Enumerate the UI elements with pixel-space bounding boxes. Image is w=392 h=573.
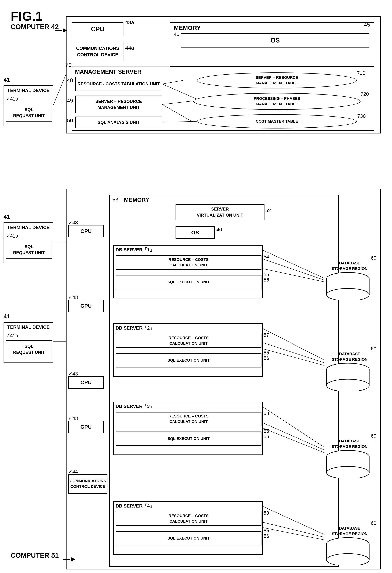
- ref-41-2: 41: [3, 214, 10, 220]
- ref-56-4: 56: [264, 533, 269, 539]
- ellipse-710: SERVER – RESOURCEMANAGEMENT TABLE: [197, 72, 357, 89]
- ref-60-2: 60: [371, 346, 376, 352]
- ref-55-2: 55: [264, 350, 269, 356]
- res-costs-tab-box: RESOURCE - COSTS TABULATION UNIT: [75, 77, 162, 91]
- computer51-box: ✓43 CPU ✓43 CPU ✓43 CPU ✓43 CPU ✓44 COMM…: [66, 189, 381, 570]
- res-costs-calc-4: RESOURCE – COSTSCALCULATION UNIT: [116, 512, 261, 526]
- os-top-label: OS: [271, 37, 280, 44]
- svg-line-1: [162, 84, 197, 99]
- sql-exec-2: SQL EXECUTION UNIT: [116, 353, 261, 367]
- db-server-3-title: DB SERVER「3」: [114, 402, 262, 411]
- comm-ctrl-top-label: COMMUNICATIONSCONTROL DEVICE: [76, 45, 119, 58]
- db-storage-2: DATABASESTORAGE REGION: [325, 351, 375, 392]
- ref-57: 57: [264, 332, 269, 338]
- ref-49: 49: [67, 98, 73, 104]
- computer51-label: COMPUTER 51: [11, 552, 59, 559]
- svg-line-0: [162, 80, 183, 84]
- ref-60-3: 60: [371, 433, 376, 439]
- ref-55-3: 55: [264, 428, 269, 434]
- ref-70: 70: [65, 62, 72, 68]
- sql-exec-3: SQL EXECUTION UNIT: [116, 431, 261, 446]
- management-server-box: MANAGEMENT SERVER 70 RESOURCE - COSTS TA…: [72, 67, 374, 131]
- ellipse-720: PROCESSING – PHASESMANAGEMENT TABLE: [193, 93, 360, 110]
- res-costs-calc-3: RESOURCE – COSTSCALCULATION UNIT: [116, 412, 261, 426]
- computer42-box: CPU 43a COMMUNICATIONSCONTROL DEVICE 44a…: [66, 16, 381, 133]
- ref-48: 48: [67, 77, 73, 83]
- svg-line-4: [162, 121, 197, 122]
- ref-50: 50: [67, 117, 73, 124]
- sql-req-3-box: SQLREQUEST UNIT: [6, 340, 52, 358]
- sql-analysis-label: SQL ANALYSIS UNIT: [98, 120, 140, 125]
- sql-req-3-label: SQLREQUEST UNIT: [13, 343, 45, 355]
- db-server-4-title: DB SERVER「4」: [114, 502, 262, 510]
- os-51-label: OS: [191, 230, 199, 236]
- res-costs-calc-2: RESOURCE – COSTSCALCULATION UNIT: [116, 334, 261, 348]
- td1-label: TERMINAL DEVICE: [4, 86, 53, 95]
- sql-req-1-label: SQLREQUEST UNIT: [13, 107, 45, 119]
- ellipse-710-label: SERVER – RESOURCEMANAGEMENT TABLE: [256, 75, 298, 86]
- sql-req-1-box: SQLREQUEST UNIT: [6, 104, 52, 122]
- comm-ctrl-51-label: COMMUNICATIONSCONTROL DEVICE: [70, 478, 106, 489]
- td2-label: TERMINAL DEVICE: [4, 223, 53, 232]
- ref-720: 720: [360, 91, 369, 97]
- ref-54: 54: [264, 254, 269, 260]
- cpu-51-3-box: CPU: [68, 376, 104, 389]
- db-storage-4: DATABASESTORAGE REGION: [325, 526, 375, 566]
- svg-point-9: [326, 288, 369, 300]
- db-storage-1-label: DATABASESTORAGE REGION: [325, 261, 375, 271]
- db-storage-3: DATABASESTORAGE REGION: [325, 438, 375, 479]
- cpu-51-2-label: CPU: [80, 303, 92, 309]
- ref-55-1: 55: [264, 272, 269, 277]
- computer42-label: COMPUTER 42: [11, 23, 59, 31]
- svg-line-2: [162, 101, 193, 105]
- ref-730: 730: [357, 113, 366, 119]
- ref-56-1: 56: [264, 277, 269, 283]
- cpu-51-1-label: CPU: [80, 228, 92, 234]
- comm-ctrl-top-box: COMMUNICATIONSCONTROL DEVICE: [72, 42, 123, 61]
- svg-point-14: [326, 379, 369, 391]
- sql-exec-4: SQL EXECUTION UNIT: [116, 531, 261, 545]
- ellipse-730-label: COST MASTER TABLE: [256, 119, 298, 124]
- ref-46-51: 46: [217, 227, 222, 233]
- memory-top-outer: MEMORY 45 46 OS: [170, 22, 374, 67]
- comm-ctrl-51-box: COMMUNICATIONSCONTROL DEVICE: [68, 474, 107, 494]
- ref-53: 53: [112, 197, 118, 203]
- ref-41a-2: ✓41a: [6, 233, 18, 239]
- page-container: FIG.1 COMPUTER 42 —► CPU 43a COMMUNICATI…: [0, 0, 392, 573]
- svg-line-37: [53, 75, 66, 105]
- srv-res-mgmt-box: SERVER – RESOURCEMANAGEMENT UNIT: [75, 96, 162, 113]
- ellipse-720-label: PROCESSING – PHASESMANAGEMENT TABLE: [254, 96, 300, 107]
- db-server-3-box: DB SERVER「3」 RESOURCE – COSTSCALCULATION…: [113, 402, 263, 455]
- cpu-top-label: CPU: [91, 25, 104, 33]
- svg-point-19: [326, 466, 369, 478]
- ref-41a-3: ✓41a: [6, 333, 18, 339]
- ref-60-1: 60: [371, 255, 376, 261]
- ref-43-3: ✓43: [68, 371, 78, 377]
- cpu-51-2-box: CPU: [68, 300, 104, 312]
- srv-virt-label: SERVERVIRTUALIZATION UNIT: [197, 206, 243, 218]
- ref-41-1: 41: [3, 76, 10, 83]
- td3-label: TERMINAL DEVICE: [4, 323, 53, 332]
- ref-52: 52: [265, 208, 271, 213]
- cpu-51-1-box: CPU: [68, 225, 104, 237]
- ref-41a-1: ✓41a: [6, 96, 18, 102]
- sql-req-2-label: SQLREQUEST UNIT: [13, 244, 45, 255]
- os-51-box: OS: [175, 226, 215, 239]
- db-storage-3-label: DATABASESTORAGE REGION: [325, 438, 375, 449]
- db-storage-3-cylinder: [325, 449, 371, 478]
- db-storage-2-label: DATABASESTORAGE REGION: [325, 351, 375, 362]
- db-storage-1-cylinder: [325, 271, 371, 300]
- ref-46-marker: 46: [174, 32, 179, 37]
- fig-title: FIG.1: [11, 9, 43, 23]
- res-costs-calc-1: RESOURCE – COSTSCALCULATION UNIT: [116, 255, 261, 269]
- svg-line-3: [162, 105, 193, 122]
- db-storage-1: DATABASESTORAGE REGION: [325, 261, 375, 301]
- db-server-1-title: DB SERVER「1」: [114, 246, 262, 254]
- ref-43-1: ✓43: [68, 220, 78, 225]
- db-server-4-box: DB SERVER「4」 RESOURCE – COSTSCALCULATION…: [113, 501, 263, 555]
- cpu-51-4-box: CPU: [68, 421, 104, 433]
- sql-req-2-box: SQLREQUEST UNIT: [6, 241, 52, 259]
- ref-56-2: 56: [264, 355, 269, 361]
- sql-analysis-box: SQL ANALYSIS UNIT: [75, 117, 162, 128]
- cpu-51-4-label: CPU: [80, 424, 92, 430]
